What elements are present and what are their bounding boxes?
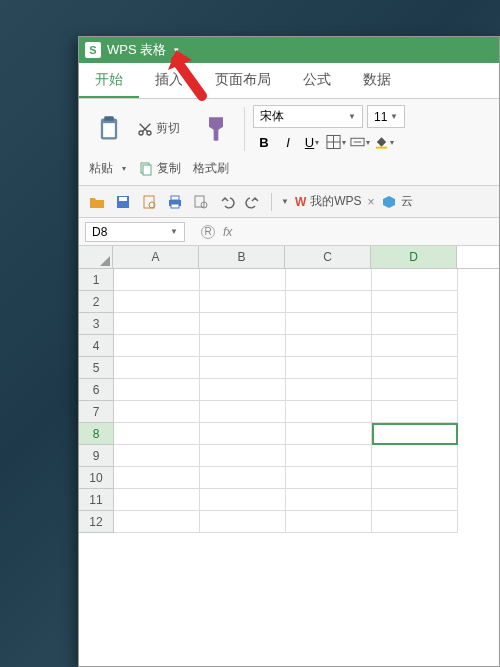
cell[interactable]	[114, 269, 200, 291]
name-box[interactable]: D8 ▼	[85, 222, 185, 242]
cell[interactable]	[372, 489, 458, 511]
tab-data[interactable]: 数据	[347, 63, 407, 98]
cell[interactable]	[200, 511, 286, 533]
tab-formulas[interactable]: 公式	[287, 63, 347, 98]
redo-button[interactable]	[243, 192, 263, 212]
cell[interactable]	[286, 489, 372, 511]
save-button[interactable]	[113, 192, 133, 212]
row-header[interactable]: 5	[79, 357, 113, 379]
page-preview-button[interactable]	[191, 192, 211, 212]
print-button[interactable]	[165, 192, 185, 212]
cell[interactable]	[372, 357, 458, 379]
row-header[interactable]: 1	[79, 269, 113, 291]
row-header[interactable]: 10	[79, 467, 113, 489]
cell[interactable]	[286, 511, 372, 533]
font-size-select[interactable]: 11 ▼	[367, 105, 405, 128]
fill-color-button[interactable]: ▾	[373, 132, 395, 152]
row-header[interactable]: 12	[79, 511, 113, 533]
paste-button[interactable]	[89, 113, 129, 145]
cell[interactable]	[372, 467, 458, 489]
row-header[interactable]: 9	[79, 445, 113, 467]
cell[interactable]	[372, 511, 458, 533]
cell[interactable]	[372, 423, 458, 445]
cell[interactable]	[372, 335, 458, 357]
cell[interactable]	[114, 445, 200, 467]
format-painter-label[interactable]: 格式刷	[193, 160, 229, 177]
cell[interactable]	[372, 269, 458, 291]
cell[interactable]	[286, 335, 372, 357]
bold-button[interactable]: B	[253, 132, 275, 152]
cell[interactable]	[286, 313, 372, 335]
row-header[interactable]: 6	[79, 379, 113, 401]
select-all-corner[interactable]	[79, 246, 113, 268]
cell[interactable]	[200, 269, 286, 291]
cell[interactable]	[372, 313, 458, 335]
cell[interactable]	[286, 423, 372, 445]
cell[interactable]	[114, 335, 200, 357]
row-header[interactable]: 7	[79, 401, 113, 423]
qat-dropdown-icon[interactable]: ▼	[281, 197, 289, 206]
cell[interactable]	[200, 379, 286, 401]
cloud-link[interactable]: 云	[381, 193, 413, 210]
cell[interactable]	[114, 489, 200, 511]
italic-button[interactable]: I	[277, 132, 299, 152]
cell[interactable]	[114, 423, 200, 445]
cells-area[interactable]	[114, 269, 458, 533]
cell[interactable]	[200, 313, 286, 335]
titlebar-dropdown-icon[interactable]: ▾	[174, 45, 179, 55]
row-header[interactable]: 2	[79, 291, 113, 313]
close-icon[interactable]: ×	[368, 195, 375, 209]
cell[interactable]	[114, 357, 200, 379]
my-wps-link[interactable]: W 我的WPS	[295, 193, 362, 210]
format-painter-button[interactable]	[196, 113, 236, 145]
cell[interactable]	[286, 401, 372, 423]
cell[interactable]	[200, 489, 286, 511]
cell[interactable]	[200, 291, 286, 313]
cell[interactable]	[200, 445, 286, 467]
row-header[interactable]: 3	[79, 313, 113, 335]
cell[interactable]	[114, 511, 200, 533]
merge-button[interactable]: ▾	[349, 132, 371, 152]
cell[interactable]	[114, 313, 200, 335]
cell[interactable]	[372, 379, 458, 401]
cell[interactable]	[114, 291, 200, 313]
column-header[interactable]: B	[199, 246, 285, 268]
cell[interactable]	[114, 379, 200, 401]
cell[interactable]	[200, 423, 286, 445]
undo-button[interactable]	[217, 192, 237, 212]
print-preview-button[interactable]	[139, 192, 159, 212]
underline-button[interactable]: U▾	[301, 132, 323, 152]
cell[interactable]	[200, 467, 286, 489]
row-header[interactable]: 11	[79, 489, 113, 511]
row-header[interactable]: 4	[79, 335, 113, 357]
cell[interactable]	[200, 401, 286, 423]
tab-page-layout[interactable]: 页面布局	[199, 63, 287, 98]
open-button[interactable]	[87, 192, 107, 212]
cell[interactable]	[286, 445, 372, 467]
cell[interactable]	[200, 357, 286, 379]
cell[interactable]	[114, 401, 200, 423]
font-name-select[interactable]: 宋体 ▼	[253, 105, 363, 128]
cell[interactable]	[286, 357, 372, 379]
cell[interactable]	[372, 291, 458, 313]
tab-home[interactable]: 开始	[79, 63, 139, 98]
cell[interactable]	[372, 445, 458, 467]
fx-label[interactable]: fx	[223, 225, 232, 239]
border-button[interactable]: ▾	[325, 132, 347, 152]
paste-label[interactable]: 粘贴	[89, 160, 113, 177]
tab-insert[interactable]: 插入	[139, 63, 199, 98]
cell[interactable]	[286, 291, 372, 313]
column-header[interactable]: C	[285, 246, 371, 268]
row-header[interactable]: 8	[79, 423, 113, 445]
cell[interactable]	[372, 401, 458, 423]
cut-button[interactable]: 剪切	[133, 118, 184, 139]
cell[interactable]	[286, 467, 372, 489]
cell[interactable]	[286, 379, 372, 401]
info-icon[interactable]: R	[201, 225, 215, 239]
copy-button[interactable]: 复制	[134, 158, 185, 179]
cell[interactable]	[114, 467, 200, 489]
cell[interactable]	[286, 269, 372, 291]
column-header[interactable]: A	[113, 246, 199, 268]
column-header[interactable]: D	[371, 246, 457, 268]
cell[interactable]	[200, 335, 286, 357]
